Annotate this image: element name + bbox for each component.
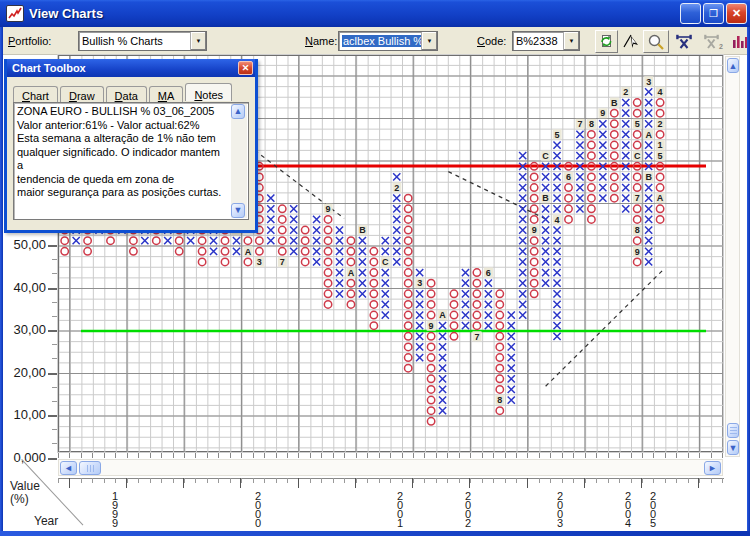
month-marker: B bbox=[359, 225, 366, 235]
notes-line: ZONA EURO - BULLISH % 03_06_2005 bbox=[17, 105, 228, 119]
year-label: 2002 bbox=[462, 492, 474, 528]
year-label: 2001 bbox=[394, 492, 406, 528]
month-marker: B bbox=[645, 172, 652, 182]
close-button[interactable]: ✕ bbox=[726, 3, 747, 24]
horizontal-scroll-thumb[interactable] bbox=[79, 461, 101, 475]
scroll-up-icon[interactable]: ▲ bbox=[727, 58, 739, 73]
vertical-scroll-thumb[interactable] bbox=[727, 423, 739, 438]
svg-text:2: 2 bbox=[719, 43, 723, 50]
month-marker: 9 bbox=[326, 204, 331, 214]
refresh-icon bbox=[598, 33, 615, 50]
month-marker: 6 bbox=[566, 172, 571, 182]
pf-column bbox=[336, 226, 343, 297]
code-dropdown-icon[interactable]: ▼ bbox=[563, 32, 579, 50]
name-dropdown-icon[interactable]: ▼ bbox=[421, 32, 437, 50]
month-marker: 5 bbox=[635, 119, 640, 129]
notes-scrollbar[interactable]: ▲ ▼ bbox=[231, 104, 247, 218]
name-combobox[interactable]: aclbex Bullish % Index ▼ bbox=[338, 31, 438, 51]
scroll-left-icon[interactable]: ◄ bbox=[60, 461, 77, 475]
month-marker: 7 bbox=[474, 332, 479, 342]
name-label: Name: bbox=[305, 35, 337, 47]
month-marker: A bbox=[645, 130, 652, 140]
month-marker: C bbox=[382, 257, 389, 267]
month-marker: 9 bbox=[600, 108, 605, 118]
month-marker: A bbox=[245, 247, 252, 257]
pf-column bbox=[267, 195, 274, 245]
y-tick-label: 10,00 bbox=[4, 407, 46, 422]
refresh-button[interactable] bbox=[595, 30, 618, 53]
code-combobox[interactable]: B%2338 ▼ bbox=[512, 31, 580, 51]
year-label: 2000 bbox=[252, 492, 264, 528]
window-border-left bbox=[0, 27, 3, 536]
xo-analysis-button[interactable] bbox=[672, 30, 695, 53]
month-marker: A bbox=[657, 193, 664, 203]
notes-line: Esta semana a alteração de 1% não tem bbox=[17, 132, 228, 146]
month-marker: 7 bbox=[280, 257, 285, 267]
trendline bbox=[546, 269, 664, 386]
pf-column: 8 bbox=[587, 119, 596, 223]
xo-analysis-2-button[interactable]: 2 bbox=[700, 30, 726, 53]
pf-column: 9 bbox=[530, 163, 539, 298]
notes-scroll-down-icon[interactable]: ▼ bbox=[231, 203, 245, 218]
horizontal-scrollbar[interactable]: ◄ ► bbox=[58, 459, 723, 476]
minimize-button[interactable]: _ bbox=[680, 3, 701, 24]
month-marker: 7 bbox=[577, 119, 582, 129]
pf-column: A bbox=[347, 237, 356, 308]
chart-toolbox-titlebar[interactable]: Chart Toolbox ✕ bbox=[7, 59, 255, 77]
portfolio-combobox[interactable]: Bullish % Charts ▼ bbox=[78, 31, 207, 51]
vertical-scrollbar[interactable]: ▲ ▼ bbox=[725, 56, 740, 457]
year-label: 2004 bbox=[622, 492, 634, 528]
y-tick-label: 30,00 bbox=[4, 322, 46, 337]
xo-analysis-icon bbox=[675, 33, 693, 50]
window-title: View Charts bbox=[29, 6, 103, 21]
chart-toolbox-window: Chart Toolbox ✕ ChartDrawDataMANotes ZON… bbox=[4, 59, 258, 233]
month-marker: 5 bbox=[555, 130, 560, 140]
notes-textarea[interactable]: ZONA EURO - BULLISH % 03_06_2005Valor an… bbox=[13, 102, 249, 220]
month-marker: B bbox=[611, 98, 618, 108]
pf-column: A5421 bbox=[656, 87, 665, 223]
pf-column: A bbox=[244, 237, 253, 266]
year-label: 1999 bbox=[109, 492, 121, 528]
magnifier-icon bbox=[646, 33, 666, 51]
month-marker: 4 bbox=[658, 87, 663, 97]
draw-line-button[interactable] bbox=[620, 30, 642, 53]
chart-client-area: 50,0040,0030,0020,0010,000,000 BA379ABC2… bbox=[0, 55, 750, 531]
pf-column: 2 bbox=[392, 173, 401, 265]
main-toolbar: Portfolio: Bullish % Charts ▼ Name: aclb… bbox=[0, 27, 750, 55]
month-marker: A bbox=[439, 310, 446, 320]
y-tick-label: 20,00 bbox=[4, 365, 46, 380]
pf-column: BA3 bbox=[644, 76, 653, 265]
year-label: 2005 bbox=[647, 492, 659, 528]
pf-column: 3 bbox=[415, 269, 424, 361]
portfolio-dropdown-icon[interactable]: ▼ bbox=[190, 32, 206, 50]
toolbox-close-icon[interactable]: ✕ bbox=[238, 61, 253, 75]
maximize-button[interactable]: ❐ bbox=[703, 3, 724, 24]
scroll-right-icon[interactable]: ► bbox=[704, 461, 721, 475]
notes-scroll-up-icon[interactable]: ▲ bbox=[231, 104, 245, 119]
app-chart-icon bbox=[6, 5, 24, 22]
notes-line: tendencia de queda em zona de bbox=[17, 173, 228, 187]
pf-column bbox=[508, 311, 515, 403]
notes-line: Valor anterior:61% - Valor actual:62% bbox=[17, 119, 228, 133]
portfolio-label: Portfolio: bbox=[8, 35, 51, 47]
month-marker: 9 bbox=[532, 225, 537, 235]
month-marker: B bbox=[542, 193, 549, 203]
toolbox-tab-notes[interactable]: Notes bbox=[185, 83, 232, 101]
y-tick-label: 40,00 bbox=[4, 280, 46, 295]
pf-column: 9 bbox=[598, 108, 607, 202]
month-marker: 3 bbox=[417, 278, 422, 288]
month-marker: 2 bbox=[658, 119, 663, 129]
pf-column bbox=[405, 194, 412, 371]
month-marker: 9 bbox=[429, 321, 434, 331]
scroll-down-icon[interactable]: ▼ bbox=[727, 440, 739, 455]
year-label: 2003 bbox=[554, 492, 566, 528]
month-marker: 7 bbox=[635, 193, 640, 203]
view-charts-window: View Charts _ ❐ ✕ Portfolio: Bullish % C… bbox=[0, 0, 750, 536]
pf-column bbox=[450, 290, 457, 340]
pf-column: B bbox=[610, 98, 619, 202]
pf-column: B bbox=[358, 225, 367, 297]
draw-pointer-icon bbox=[622, 33, 640, 50]
zoom-button[interactable] bbox=[643, 30, 669, 53]
title-bar[interactable]: View Charts _ ❐ ✕ bbox=[0, 0, 750, 27]
pf-column: A bbox=[438, 310, 447, 414]
